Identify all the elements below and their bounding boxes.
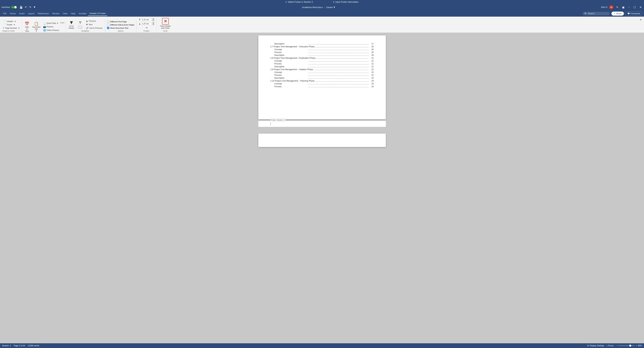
- different-first-page-option[interactable]: Different First Page: [107, 20, 134, 23]
- save-icon-btn[interactable]: 💾: [19, 5, 24, 9]
- footer-button[interactable]: 📄 Footer ▼: [2, 23, 16, 26]
- document-area[interactable]: Description ............................…: [0, 33, 644, 343]
- footer-position-input[interactable]: [142, 22, 152, 25]
- minimize-btn[interactable]: −: [627, 5, 631, 9]
- goto-header-button[interactable]: ▼ Go toHeader: [67, 19, 76, 30]
- footer-pos-up[interactable]: ▲: [152, 22, 154, 24]
- close-header-footer-button[interactable]: ✕ Close Headerand Footer: [159, 17, 172, 30]
- close-window-btn[interactable]: ✕: [638, 5, 643, 9]
- toc-line: Concept ................................…: [270, 82, 374, 85]
- different-odd-even-checkbox[interactable]: [107, 24, 109, 26]
- toc-line: Description ............................…: [270, 77, 374, 79]
- focus-button[interactable]: □ Focus: [606, 344, 614, 347]
- header-footer-group: 📄 Header ▼ 📄 Footer ▼ ♯ Page Number ▼ He…: [1, 19, 22, 32]
- toc-dots: ........................................…: [308, 48, 369, 51]
- toc-line: Description ............................…: [270, 42, 374, 45]
- edit-icon-btn[interactable]: ✎: [615, 5, 619, 9]
- footer-section[interactable]: Footer -Section 2-: [258, 121, 386, 127]
- toc-dots: ........................................…: [308, 42, 369, 45]
- toc-dots: ........................................…: [308, 66, 369, 68]
- online-pictures-button[interactable]: 🌐 Online Pictures: [42, 28, 60, 32]
- document-info-button[interactable]: 📋 DocumentInfo ▼: [31, 22, 42, 32]
- header-pos-down[interactable]: ▼: [152, 20, 154, 21]
- menu-home[interactable]: Home: [8, 11, 18, 16]
- maximize-btn[interactable]: ☐: [632, 5, 637, 9]
- restore-btn[interactable]: ▣: [621, 5, 626, 9]
- show-document-text-option[interactable]: Show Document Text: [107, 27, 134, 29]
- different-first-page-checkbox[interactable]: [107, 20, 109, 23]
- toc-dots: ........................................…: [308, 54, 369, 56]
- undo-btn[interactable]: ↶: [24, 5, 28, 9]
- toc-text: Description: [274, 77, 308, 79]
- toc-page-number: 17: [369, 42, 374, 45]
- document-info-icon: 📋: [34, 22, 38, 26]
- status-right: ⚙ Display Settings □ Focus − + 80%: [587, 344, 642, 347]
- menu-view[interactable]: View: [61, 11, 69, 16]
- zoom-track: [618, 345, 634, 346]
- toc-line: Description ............................…: [270, 54, 374, 56]
- page-number-dropdown-icon: ▼: [18, 27, 20, 29]
- ribbon: 📄 Header ▼ 📄 Footer ▼ ♯ Page Number ▼ He…: [0, 16, 644, 33]
- menu-bar: File Home Insert Layout References Revie…: [0, 10, 644, 16]
- footer-pos-down[interactable]: ▼: [152, 24, 154, 25]
- menu-insert[interactable]: Insert: [18, 11, 26, 16]
- menu-review[interactable]: Review: [51, 11, 61, 16]
- close-group: ✕ Close Headerand Footer Close: [157, 17, 174, 32]
- date-time-button[interactable]: 📅 Date &Time: [23, 22, 31, 32]
- menu-acrobat[interactable]: Acrobat: [77, 11, 88, 16]
- zoom-slider[interactable]: − + 80%: [616, 344, 642, 347]
- insert-stack: 📃 Quick Parts ▼ 📷 Pictures 🌐 Online Pict…: [42, 22, 60, 32]
- previous-button[interactable]: ▲ Previous: [85, 19, 103, 23]
- toc-page-number: 24: [369, 82, 374, 85]
- toc-text: Concept: [274, 71, 308, 74]
- header-dropdown-icon: ▼: [14, 20, 16, 22]
- more-tools-btn[interactable]: ▼: [32, 5, 36, 9]
- pictures-button[interactable]: 📷 Pictures: [42, 25, 60, 28]
- footer-position-row: ⇣ ▲ ▼: [138, 22, 154, 25]
- quick-parts-button[interactable]: 📃 Quick Parts ▼: [42, 22, 60, 25]
- page-number-button[interactable]: ♯ Page Number ▼: [2, 26, 20, 30]
- zoom-thumb: [629, 345, 631, 347]
- menu-header-footer[interactable]: Header & Footer: [88, 11, 107, 16]
- link-to-previous-button[interactable]: 🔗 Link to Previous: [85, 26, 103, 30]
- zoom-out-button[interactable]: −: [616, 344, 617, 347]
- redo-btn[interactable]: ↷: [28, 5, 32, 9]
- header-pos-up[interactable]: ▲: [152, 18, 154, 20]
- menu-references[interactable]: References: [36, 11, 50, 16]
- insert-alignment-tab-button[interactable]: ⇥: [138, 26, 154, 29]
- next-button[interactable]: ▼ Next: [85, 23, 103, 26]
- toc-text: Description: [274, 54, 308, 56]
- autosave-toggle[interactable]: On: [11, 6, 17, 9]
- show-document-text-checkbox[interactable]: [107, 27, 109, 29]
- document-name: Academia Word.docx: [302, 6, 322, 8]
- position-group-label: Position: [138, 30, 154, 32]
- goto-footer-button[interactable]: ▼ Go toFooter: [76, 19, 84, 30]
- footer-cursor-area[interactable]: [270, 122, 374, 126]
- share-button[interactable]: ⇧ Share: [612, 12, 624, 16]
- zoom-in-button[interactable]: +: [636, 344, 637, 347]
- section-label: Section: 2: [2, 344, 11, 347]
- toc-text: Description: [274, 66, 308, 68]
- previous-icon: ▲: [86, 20, 88, 22]
- different-odd-even-option[interactable]: Different Odd & Even Pages: [107, 24, 134, 26]
- word-count-label: 11586 words: [28, 344, 39, 347]
- header-position-input[interactable]: [142, 18, 152, 21]
- display-settings-button[interactable]: ⚙ Display Settings: [587, 344, 604, 347]
- toc-text: 2.7 Project Time Management – Execution …: [270, 46, 314, 48]
- search-input[interactable]: [588, 12, 608, 15]
- header-button[interactable]: 📄 Header ▼: [2, 20, 16, 23]
- menu-help[interactable]: Help: [69, 11, 77, 16]
- menu-layout[interactable]: Layout: [26, 11, 36, 16]
- toc-page-number: 22: [369, 74, 374, 76]
- toc-line: Concept ................................…: [270, 60, 374, 62]
- toc-dots: ........................................…: [308, 60, 369, 62]
- menu-file[interactable]: File: [1, 11, 8, 16]
- user-avatar: JO: [609, 5, 614, 10]
- comments-button[interactable]: 💬 Comments: [625, 12, 643, 16]
- toc-text: Concept: [274, 82, 308, 85]
- toc-text: Process: [274, 51, 308, 54]
- options-group-label: Options: [107, 30, 134, 32]
- ribbon-collapse-button[interactable]: ▲: [638, 17, 643, 21]
- toc-line: Process ................................…: [270, 86, 374, 88]
- footer-icon: 📄: [3, 23, 6, 26]
